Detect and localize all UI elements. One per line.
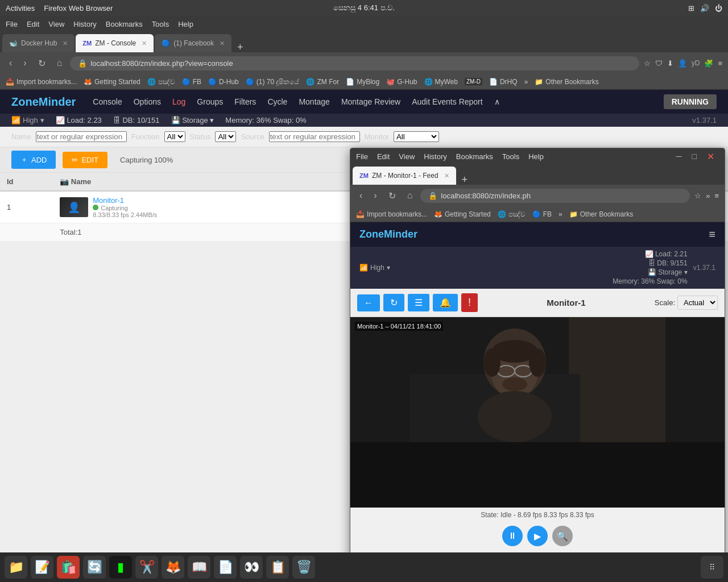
alarm-trigger-button[interactable]: ! xyxy=(461,293,478,312)
nav-montage-review[interactable]: Montage Review xyxy=(341,97,400,106)
new-tab-button[interactable]: + xyxy=(233,42,248,52)
bm2-other[interactable]: 📁Other Bookmarks xyxy=(569,210,633,218)
nav-options[interactable]: Options xyxy=(134,97,161,106)
home-button-2[interactable]: ⌂ xyxy=(404,189,416,202)
source-filter-input[interactable] xyxy=(269,131,360,142)
menu2-history[interactable]: History xyxy=(424,152,446,161)
pause-button[interactable]: ⏸ xyxy=(502,526,523,546)
menu2-view[interactable]: View xyxy=(399,152,415,161)
taskbar-notepad[interactable]: 📋 xyxy=(266,556,289,579)
forward-button[interactable]: › xyxy=(20,57,30,69)
forward-button-2[interactable]: › xyxy=(370,189,380,202)
tab-docker-hub[interactable]: 🐋 Docker Hub ✕ xyxy=(2,34,75,52)
activities-label[interactable]: Activities xyxy=(6,4,35,13)
taskbar-files[interactable]: 📁 xyxy=(5,556,27,579)
menu2-help[interactable]: Help xyxy=(528,152,544,161)
nav-collapse[interactable]: ∧ xyxy=(494,97,500,106)
home-button[interactable]: ⌂ xyxy=(53,57,66,69)
bm2-pancha[interactable]: 🌐පඤ්ච xyxy=(498,210,526,218)
menu2-file[interactable]: File xyxy=(356,152,368,161)
taskbar-eyes[interactable]: 👀 xyxy=(240,556,263,579)
play-button[interactable]: ▶ xyxy=(527,526,548,546)
taskbar-screenshot[interactable]: ✂️ xyxy=(135,556,158,579)
nav-cycle[interactable]: Cycle xyxy=(267,97,287,106)
bm2-import[interactable]: 📥Import bookmarks... xyxy=(356,210,427,218)
taskbar-firefox[interactable]: 🦊 xyxy=(162,556,184,579)
status-filter-select[interactable]: All xyxy=(215,131,236,142)
refresh-feed-button[interactable]: ↻ xyxy=(383,294,404,311)
close-button-2[interactable]: ✕ xyxy=(702,150,719,163)
bm-myweb[interactable]: 🌐MyWeb xyxy=(424,78,458,86)
nav-montage[interactable]: Montage xyxy=(299,97,329,106)
bm-pancha[interactable]: 🌐පඤ්ච xyxy=(147,78,175,86)
back-button[interactable]: ‹ xyxy=(6,57,15,69)
tab-facebook-close[interactable]: ✕ xyxy=(220,40,225,47)
bm-other[interactable]: 📁Other Bookmarks xyxy=(535,78,598,86)
zoom-button[interactable]: 🔍 xyxy=(552,526,573,546)
nav-groups[interactable]: Groups xyxy=(197,97,223,106)
bm-getting-started[interactable]: 🦊Getting Started xyxy=(84,78,140,86)
storage-stat-2[interactable]: 💾 Storage ▾ xyxy=(648,268,688,276)
hamburger-menu[interactable]: ≡ xyxy=(709,228,715,241)
settings-feed-button[interactable]: ☰ xyxy=(408,294,429,311)
back-to-console-button[interactable]: ← xyxy=(357,294,380,311)
taskbar-trash[interactable]: 🗑️ xyxy=(292,556,315,579)
bookmark-star-icon-2[interactable]: ☆ xyxy=(694,192,701,200)
tab-zm-feed[interactable]: ZM ZM - Monitor-1 - Feed ✕ xyxy=(353,167,456,185)
bm-myblog[interactable]: 📄MyBlog xyxy=(346,78,379,86)
profile-icon[interactable]: 👤 xyxy=(678,59,687,68)
storage-dropdown[interactable]: ▾ xyxy=(210,116,214,124)
menu-dots-icon-2[interactable]: ≡ xyxy=(714,192,719,200)
back-button-2[interactable]: ‹ xyxy=(356,189,366,202)
priority-dropdown-2[interactable]: ▾ xyxy=(387,264,390,272)
bm-ghub[interactable]: 🐙G-Hub xyxy=(386,78,417,86)
scale-select[interactable]: Actual 50% 100% 200% xyxy=(677,296,718,310)
taskbar-update[interactable]: 🔄 xyxy=(83,556,106,579)
reload-button-2[interactable]: ↻ xyxy=(385,189,399,202)
bm-import[interactable]: 📥Import bookmarks... xyxy=(6,78,77,86)
tab-zm-console[interactable]: ZM ZM - Console ✕ xyxy=(76,34,154,52)
priority-indicator[interactable]: 📶 High ▾ xyxy=(11,116,44,124)
function-filter-select[interactable]: All xyxy=(164,131,185,142)
maximize-button-2[interactable]: □ xyxy=(688,151,701,162)
bm-dhub[interactable]: 🔵D-Hub xyxy=(208,78,239,86)
new-tab-button-2[interactable]: + xyxy=(457,174,473,185)
menu2-edit[interactable]: Edit xyxy=(377,152,390,161)
storage-stat[interactable]: 💾 Storage ▾ xyxy=(171,116,214,124)
taskbar-terminal[interactable]: ▮ xyxy=(109,556,132,579)
menu-bookmarks[interactable]: Bookmarks xyxy=(106,20,143,28)
menu-tools[interactable]: Tools xyxy=(152,20,169,28)
tab-facebook[interactable]: 🔵 (1) Facebook ✕ xyxy=(155,34,231,52)
nav-filters[interactable]: Filters xyxy=(234,97,256,106)
nav-audit[interactable]: Audit Events Report xyxy=(412,97,483,106)
bm-fb[interactable]: 🔵FB xyxy=(182,78,201,86)
bookmark-star-icon[interactable]: ☆ xyxy=(644,59,651,68)
add-button[interactable]: ＋ ADD xyxy=(11,151,56,169)
taskbar-appstore[interactable]: 🛍️ xyxy=(57,556,80,579)
menu2-tools[interactable]: Tools xyxy=(502,152,519,161)
alarm-feed-button[interactable]: 🔔 xyxy=(433,294,458,311)
menu-edit[interactable]: Edit xyxy=(27,20,39,28)
menu2-bookmarks[interactable]: Bookmarks xyxy=(456,152,493,161)
tab-docker-hub-close[interactable]: ✕ xyxy=(63,40,68,47)
monitor-name-link[interactable]: Monitor-1 xyxy=(93,196,124,205)
storage-dropdown-2[interactable]: ▾ xyxy=(684,268,688,276)
nav-console[interactable]: Console xyxy=(93,97,122,106)
bm-zmfor[interactable]: 🌐ZM For xyxy=(306,78,339,86)
taskbar-writer[interactable]: 📝 xyxy=(31,556,53,579)
taskbar-reader[interactable]: 📖 xyxy=(188,556,210,579)
tab-zm-feed-close[interactable]: ✕ xyxy=(444,172,449,180)
edit-button[interactable]: ✏ EDIT xyxy=(63,152,107,168)
bm-more[interactable]: » xyxy=(524,78,528,86)
priority-indicator-2[interactable]: 📶 High ▾ xyxy=(359,264,390,272)
menu-file[interactable]: File xyxy=(6,20,18,28)
menu-dots-icon[interactable]: ≡ xyxy=(718,59,722,68)
tab-zm-close[interactable]: ✕ xyxy=(142,40,147,47)
bm-zmd[interactable]: ZM-D xyxy=(465,78,482,85)
bm-70[interactable]: 🔵(1) 70 දූෂිකයේ xyxy=(246,78,300,86)
power-icon[interactable]: ⏻ xyxy=(715,4,722,13)
volume-icon[interactable]: 🔊 xyxy=(700,4,709,13)
nav-log[interactable]: Log xyxy=(172,97,185,106)
taskbar-text-editor[interactable]: 📄 xyxy=(214,556,237,579)
name-filter-input[interactable] xyxy=(36,131,127,142)
